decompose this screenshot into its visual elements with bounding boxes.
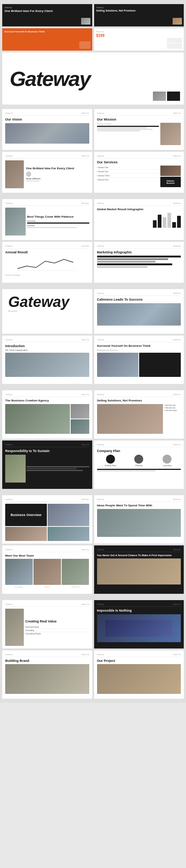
slide-brand: Gateway bbox=[97, 112, 105, 114]
patience-title: Best Things Come With Patience bbox=[27, 215, 89, 219]
plan-title: Company Plan bbox=[97, 449, 181, 453]
slide-patience: Gateway Business Best Things Come With P… bbox=[2, 199, 92, 240]
slide-header-plan: Gateway About Us bbox=[97, 443, 181, 447]
selling-title: Selling Solutions, Not Promises bbox=[97, 399, 181, 403]
section-value-project: Gateway About Us Creating Real Value Ama… bbox=[0, 598, 186, 703]
slide-header-selling: Gateway About Us bbox=[97, 393, 181, 397]
slide-our-services: Gateway About Us Our Services • Service … bbox=[94, 152, 184, 193]
mkt-title: Marketing Infographic bbox=[97, 250, 181, 254]
section-vision-mission: Gateway About Us Our Vision Gateway Abou… bbox=[0, 107, 186, 197]
slide-our-vision: Gateway About Us Our Vision bbox=[2, 109, 92, 150]
slide-our-mission: Gateway About Us Our Mission Strategy St… bbox=[94, 109, 184, 150]
slide-brilliant-idea: Gateway About Us One Brilliant Idea For … bbox=[2, 152, 92, 193]
slide-our-project: Gateway About Us Our Project bbox=[94, 650, 184, 699]
surround-sub: Whiteboard the Business bbox=[97, 349, 181, 351]
vision-title: Our Vision bbox=[5, 118, 89, 121]
slide-header-value: Gateway About Us bbox=[5, 603, 89, 607]
line-chart-svg bbox=[5, 256, 89, 272]
impossible-title: Impossible Is Nothing bbox=[97, 609, 181, 613]
slide-section: About Us bbox=[173, 112, 181, 114]
slide-header-resp: Gateway About Us bbox=[5, 443, 89, 447]
value-title: Creating Real Value bbox=[25, 619, 89, 624]
slide-company-plan: Gateway About Us Company Plan Building T… bbox=[94, 441, 184, 489]
slide-gateway-large: Gateway Business bbox=[2, 289, 92, 334]
slide-header-chance: Gateway Business bbox=[97, 548, 181, 552]
section-gateway-intro: Gateway Business Gateway Business Calmne… bbox=[0, 287, 186, 388]
slide-header-idea: Gateway About Us bbox=[5, 155, 89, 158]
slide-calmness: Gateway Business Calmness Leads To Succe… bbox=[94, 289, 184, 334]
slide-meet-team: Gateway About Us Meet Our Best Team Pres… bbox=[2, 545, 92, 594]
calmness-title: Calmness Leads To Success bbox=[97, 298, 181, 302]
slide-header-services: Gateway About Us bbox=[97, 155, 181, 158]
slide-orange-1: Surround Yourself On Business Think bbox=[2, 28, 92, 51]
slide-dark-2: Gateway Selling Solutions, Not Promises bbox=[94, 4, 184, 26]
services-title: Our Services bbox=[97, 160, 181, 164]
slide-header-calm: Gateway Business bbox=[97, 292, 181, 296]
section-patience-market: Gateway Business Best Things Come With P… bbox=[0, 197, 186, 287]
person-role: CEO & Founder bbox=[26, 180, 89, 182]
slide-header-overview: Gateway Business bbox=[5, 498, 89, 502]
project-title: Our Project bbox=[97, 659, 181, 663]
gateway-large-sub: Business bbox=[8, 310, 86, 312]
slide-header-ideas: Gateway Business bbox=[97, 498, 181, 502]
section-overview-ideas: Gateway Business Business Overview Gatew… bbox=[0, 493, 186, 598]
slide-header-vision: Gateway About Us bbox=[5, 112, 89, 116]
slide-business-agency: Gateway About Us The Business Creation A… bbox=[2, 390, 92, 439]
slide-gateway-main: Gateway bbox=[2, 52, 184, 105]
slide-annual-result: Gateway Business Annual Result Business … bbox=[2, 242, 92, 283]
slide-header-intro: Gateway About Us bbox=[5, 339, 89, 342]
slide-selling: Gateway About Us Selling Solutions, Not … bbox=[94, 390, 184, 439]
slide-brand: Gateway bbox=[5, 112, 13, 114]
slide-building-brand: Gateway About Us Building Brand bbox=[2, 650, 92, 699]
team-title: Meet Our Best Team bbox=[5, 554, 89, 557]
intro-title: Introduction bbox=[5, 344, 89, 348]
overview-title: Business Overview bbox=[11, 513, 42, 517]
slide-global-market: Gateway Business Global Market Result In… bbox=[94, 199, 184, 240]
idea-title: One Brilliant Idea For Every Client bbox=[26, 167, 89, 170]
chance-title: You Never Get A Second Chance To Make A … bbox=[97, 554, 181, 557]
slide-header-agency: Gateway About Us bbox=[5, 393, 89, 397]
slide-dark-1: Gateway One Brilliant Idea For Every Cli… bbox=[2, 4, 92, 26]
slide-header-patience: Gateway Business bbox=[5, 202, 89, 206]
slide-surround: Gateway Business Surround Yourself On Bu… bbox=[94, 336, 184, 384]
surround-title: Surround Yourself On Business Think bbox=[97, 344, 181, 348]
slide-header-brand: Gateway About Us bbox=[5, 653, 89, 657]
slide-header-mission: Gateway About Us bbox=[97, 112, 181, 116]
agency-title: The Business Creation Agency bbox=[5, 399, 89, 403]
slide-ideas: Gateway Business Ideas People Want To Sp… bbox=[94, 495, 184, 544]
resp-title: Responsibility Is To Sustain bbox=[5, 449, 89, 453]
mission-title: Our Mission bbox=[97, 118, 181, 121]
slide-section: About Us bbox=[81, 112, 89, 114]
slide-header-annual: Gateway Business bbox=[5, 245, 89, 249]
ideas-title: Ideas People Want To Spend Time With bbox=[97, 504, 181, 507]
slide-second-chance: Gateway Business You Never Get A Second … bbox=[94, 545, 184, 594]
slide-responsibility: Gateway About Us Responsibility Is To Su… bbox=[2, 441, 92, 489]
gateway-large-title: Gateway bbox=[8, 295, 86, 308]
slide-introduction: Gateway About Us Introduction We Think I… bbox=[2, 336, 92, 384]
slide-header-project: Gateway About Us bbox=[97, 653, 181, 657]
intro-sub: We Think Independent bbox=[5, 349, 89, 351]
slide-white-pricelist: Price List $199 bbox=[94, 28, 184, 51]
annual-sub: Business Strategy bbox=[5, 274, 89, 276]
brand-title: Building Brand bbox=[5, 659, 89, 663]
slide-header-market: Gateway Business bbox=[97, 202, 181, 206]
hero-section: PowerPoint Gateway One Brilliant Idea Fo… bbox=[0, 0, 186, 107]
slide-business-overview: Gateway Business Business Overview bbox=[2, 495, 92, 544]
section-business-responsibility: Gateway About Us The Business Creation A… bbox=[0, 388, 186, 493]
slide-header-surround: Gateway Business bbox=[97, 339, 181, 342]
slide-header-team: Gateway About Us bbox=[5, 548, 89, 552]
slide-header-impossible: Gateway About Us bbox=[97, 603, 181, 607]
annual-title: Annual Result bbox=[5, 250, 89, 254]
slide-impossible: Gateway About Us Impossible Is Nothing bbox=[94, 600, 184, 648]
slide-header-mkt: Gateway Business bbox=[97, 245, 181, 249]
slide-marketing-infographic: Gateway Business Marketing Infographic bbox=[94, 242, 184, 283]
market-title: Global Market Result Infographic bbox=[97, 208, 181, 211]
slide-real-value: Gateway About Us Creating Real Value Ama… bbox=[2, 600, 92, 648]
